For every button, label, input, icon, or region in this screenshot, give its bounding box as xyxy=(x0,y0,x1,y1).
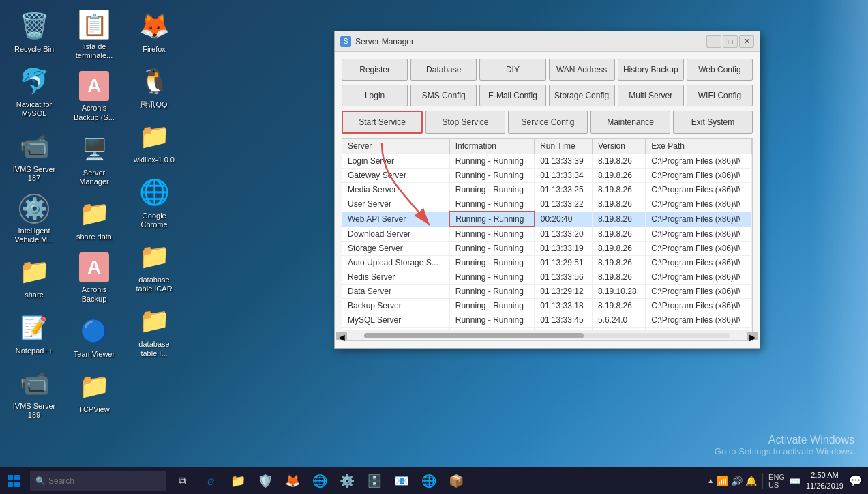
servers-table: Server Information Run Time Version Exe … xyxy=(342,139,752,330)
maintenance-button[interactable]: Maintenance xyxy=(590,111,670,134)
network-icon[interactable]: 📶 xyxy=(717,476,728,486)
col-runtime: Run Time xyxy=(535,139,593,154)
desktop-icon-teamviewer[interactable]: 🔵 TeamViewer xyxy=(67,312,121,362)
table-row[interactable]: Web API ServerRunning - Running00:20:408… xyxy=(342,212,752,227)
stop-service-button[interactable]: Stop Service xyxy=(425,111,505,134)
desktop-icon-acronis[interactable]: A Acronis Backup xyxy=(67,250,121,306)
table-row[interactable]: Backup ServerRunning - Running01 13:33:1… xyxy=(342,299,752,313)
db-i-label: database table I... xyxy=(130,340,179,358)
sms-config-button[interactable]: SMS Config xyxy=(410,85,477,106)
web-config-button[interactable]: Web Config xyxy=(687,59,753,81)
multi-server-button[interactable]: Multi Server xyxy=(618,85,684,106)
table-header-row: Server Information Run Time Version Exe … xyxy=(342,139,752,154)
desktop-icon-navicat[interactable]: 🐬 Navicat for MySQL xyxy=(7,62,61,121)
taskbar-search[interactable]: 🔍 xyxy=(30,471,166,491)
keyboard-icon[interactable]: ⌨️ xyxy=(789,476,800,486)
start-service-button[interactable]: Start Service xyxy=(342,111,423,134)
horizontal-scrollbar[interactable]: ◄ ► xyxy=(342,330,752,340)
wan-address-button[interactable]: WAN Address xyxy=(549,59,615,81)
ivms-189-label: IVMS Server 189 xyxy=(10,402,59,420)
notification-center-button[interactable]: 💬 xyxy=(849,474,863,487)
notification-icon[interactable]: 🔔 xyxy=(745,476,757,486)
table-row[interactable]: User ServerRunning - Running01 13:33:228… xyxy=(342,197,752,212)
desktop-icon-chrome[interactable]: 🌐 Google Chrome xyxy=(127,173,181,232)
task-view-button[interactable]: ⧉ xyxy=(169,468,195,494)
table-row[interactable]: Media ServerRunning - Running01 13:33:25… xyxy=(342,183,752,197)
desktop-icon-notepad[interactable]: 📝 Notepad++ xyxy=(7,308,61,358)
taskbar-mail-icon[interactable]: 📧 xyxy=(389,468,415,494)
table-row[interactable]: Gateway ServerRunning - Running01 13:33:… xyxy=(342,169,752,183)
taskbar-chrome-taskbar-icon[interactable]: 🌐 xyxy=(416,468,442,494)
desktop-icon-server-manager[interactable]: 🖥️ Server Manager xyxy=(67,130,121,189)
wifi-config-button[interactable]: WIFI Config xyxy=(687,85,753,106)
taskbar-gear-icon[interactable]: ⚙️ xyxy=(334,468,360,494)
desktop-icon-lista[interactable]: 📋 lista de terminale... xyxy=(67,7,121,63)
desktop-icons: 🗑️ Recycle Bin 🐬 Navicat for MySQL 📹 IVM… xyxy=(7,7,170,450)
window-titlebar[interactable]: S Server Manager ─ □ ✕ xyxy=(335,31,760,52)
taskbar-database-icon[interactable]: 🗄️ xyxy=(361,468,387,494)
taskbar: 🔍 ⧉ ℯ 📁 🛡️ 🦊 🌐 ⚙️ xyxy=(0,467,868,494)
login-button[interactable]: Login xyxy=(342,85,408,106)
tcpview-icon: 📁 xyxy=(78,370,110,403)
tcpview-label: TCPView xyxy=(78,405,110,414)
taskbar-ie-icon[interactable]: ℯ xyxy=(198,468,224,494)
taskbar-box-icon[interactable]: 📦 xyxy=(443,468,469,494)
volume-icon[interactable]: 🔊 xyxy=(731,476,743,486)
maximize-button[interactable]: □ xyxy=(723,35,738,48)
ivms-187-icon: 📹 xyxy=(18,130,50,162)
table-scroll-area[interactable]: Server Information Run Time Version Exe … xyxy=(342,139,752,330)
register-button[interactable]: Register xyxy=(342,59,408,81)
history-backup-button[interactable]: History Backup xyxy=(618,59,684,81)
close-button[interactable]: ✕ xyxy=(739,35,754,48)
desktop-icon-ivms-187[interactable]: 📹 IVMS Server 187 xyxy=(7,127,61,186)
watermark-subtitle: Go to Settings to activate Windows. xyxy=(715,446,854,456)
taskbar-shield-icon[interactable]: 🛡️ xyxy=(252,468,278,494)
taskbar-firefox-taskbar-icon[interactable]: 🦊 xyxy=(280,468,305,494)
service-config-button[interactable]: Service Config xyxy=(508,111,588,134)
search-input[interactable] xyxy=(48,476,151,486)
desktop-icon-firefox[interactable]: 🦊 Firefox xyxy=(127,7,181,57)
desktop-icon-share[interactable]: 📁 share xyxy=(7,252,61,302)
table-row[interactable]: MongoDB ServerRunning - Running01 13:33:… xyxy=(342,328,752,330)
taskbar-folder-icon[interactable]: 📁 xyxy=(225,468,251,494)
svg-rect-1 xyxy=(8,475,13,480)
button-row-3: Start Service Stop Service Service Confi… xyxy=(342,111,753,134)
acronis-label: Acronis Backup xyxy=(70,285,119,303)
desktop-icon-share-data[interactable]: 📁 share data xyxy=(67,194,121,244)
servers-table-container: Server Information Run Time Version Exe … xyxy=(342,138,753,341)
exit-system-button[interactable]: Exit System xyxy=(673,111,753,134)
notepad-label: Notepad++ xyxy=(16,347,53,355)
desktop-icon-qq[interactable]: 🐧 腾讯QQ xyxy=(127,62,181,112)
taskbar-app-icons: ℯ 📁 🛡️ 🦊 🌐 ⚙️ 🗄️ 📧 xyxy=(198,468,469,494)
clock-time: 2:50 AM xyxy=(806,470,843,480)
desktop-icon-wkillcx[interactable]: 📁 wkillcx-1.0.0 xyxy=(127,117,181,167)
desktop-icon-tcpview[interactable]: 📁 TCPView xyxy=(67,367,121,417)
taskbar-globe-icon[interactable]: 🌐 xyxy=(307,468,333,494)
lista-label: lista de terminale... xyxy=(70,42,119,60)
firefox-label: Firefox xyxy=(143,45,166,54)
desktop-icon-db-icar[interactable]: 📁 database table ICAR xyxy=(127,237,181,296)
database-button[interactable]: Database xyxy=(410,59,477,81)
navicat-icon: 🐬 xyxy=(18,65,50,98)
table-row[interactable]: Redis ServerRunning - Running01 13:33:56… xyxy=(342,270,752,285)
table-row[interactable]: Data ServerRunning - Running01 13:29:128… xyxy=(342,285,752,299)
start-button[interactable] xyxy=(0,467,27,495)
desktop-icon-recycle-bin[interactable]: 🗑️ Recycle Bin xyxy=(7,7,61,57)
desktop-icon-intelligent[interactable]: ⚙️ Intelligent Vehicle M... xyxy=(7,191,61,247)
diy-button[interactable]: DIY xyxy=(479,59,545,81)
desktop-icon-db-i[interactable]: 📁 database table I... xyxy=(127,302,181,360)
table-row[interactable]: Storage ServerRunning - Running01 13:33:… xyxy=(342,242,752,256)
taskbar-clock[interactable]: 2:50 AM 11/26/2019 xyxy=(806,470,843,491)
email-config-button[interactable]: E-Mail Config xyxy=(479,85,545,106)
table-row[interactable]: Login ServerRunning - Running01 13:33:39… xyxy=(342,154,752,169)
desktop-icon-ivms-189[interactable]: 📹 IVMS Server 189 xyxy=(7,364,61,422)
tray-arrow[interactable]: ▲ xyxy=(707,477,714,484)
button-row-1: Register Database DIY WAN Address Histor… xyxy=(342,59,753,81)
button-row-2: Login SMS Config E-Mail Config Storage C… xyxy=(342,85,753,106)
table-row[interactable]: MySQL ServerRunning - Running01 13:33:45… xyxy=(342,313,752,328)
storage-config-button[interactable]: Storage Config xyxy=(549,85,615,106)
desktop-icon-acronis-backup[interactable]: A Acronis Backup (S... xyxy=(67,68,121,124)
table-row[interactable]: Auto Upload Storage S...Running - Runnin… xyxy=(342,256,752,270)
table-row[interactable]: Download ServerRunning - Running01 13:33… xyxy=(342,227,752,242)
minimize-button[interactable]: ─ xyxy=(706,35,721,48)
